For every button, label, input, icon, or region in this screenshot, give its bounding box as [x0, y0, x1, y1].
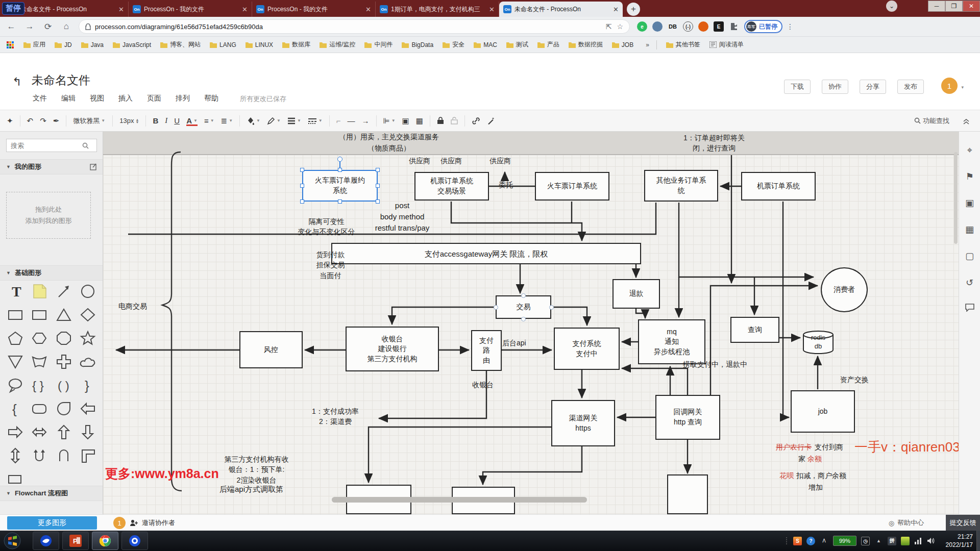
canvas-label-21[interactable]: 家	[798, 454, 808, 464]
selection-handle[interactable]	[338, 168, 342, 172]
diagram-canvas[interactable]: 火车票订单履约 系统机票订单系统 交易场景火车票订单系统其他业务订单系 统机票订…	[103, 132, 959, 514]
bookmark-中间件[interactable]: 中间件	[364, 40, 393, 49]
more-shapes-button[interactable]: 更多图形	[7, 516, 97, 530]
back-to-files-icon[interactable]: ↰	[12, 76, 21, 89]
selection-handle[interactable]	[376, 199, 380, 204]
shape-pentagon[interactable]	[7, 330, 24, 347]
shape-triangle-down[interactable]	[7, 353, 24, 370]
shape-teardrop[interactable]	[55, 400, 72, 417]
new-page-icon[interactable]: ▢	[965, 251, 974, 262]
network-icon[interactable]	[914, 537, 922, 544]
canvas-label-9[interactable]: 货到付款 担保交易 当面付	[306, 249, 355, 281]
node-risk[interactable]: 风控	[239, 331, 303, 368]
canvas-label-6[interactable]: 委托	[493, 180, 519, 190]
position-crosshair-icon[interactable]: ⌖	[967, 145, 972, 156]
tray-caret2-icon[interactable]: ▲	[874, 537, 883, 545]
my-shapes-section[interactable]: ▼ 我的图形	[0, 159, 103, 174]
canvas-label-5[interactable]: 供应商	[485, 156, 516, 166]
line-color-button[interactable]: ▼	[267, 117, 281, 125]
shape-u-shape[interactable]	[55, 447, 72, 464]
canvas-horizontal-scrollbar[interactable]	[332, 497, 587, 503]
tab-close-icon[interactable]: ✕	[242, 6, 248, 13]
node-consumer[interactable]: 消费者	[821, 267, 868, 312]
canvas-label-13[interactable]: 捞取支付中，退款中	[683, 359, 765, 369]
shape-circle[interactable]	[79, 283, 96, 300]
flag-icon[interactable]: ⚑	[965, 171, 973, 182]
node-flight-order[interactable]: 机票订单系统	[741, 172, 816, 201]
bookmark-BigData[interactable]: BigData	[402, 40, 433, 49]
home-icon[interactable]: ⌂	[59, 19, 74, 34]
font-color-button[interactable]: A▼	[186, 116, 198, 125]
action-协作[interactable]: 协作	[822, 80, 848, 94]
tab-close-icon[interactable]: ✕	[613, 6, 619, 13]
shape-arrow-ne[interactable]	[55, 283, 72, 300]
browser-tab-3[interactable]: OnProcessOn - 我的文件✕	[252, 2, 376, 17]
action-下载[interactable]: 下载	[784, 80, 811, 94]
shape-rectangle[interactable]	[7, 306, 24, 323]
canvas-label-4[interactable]: 供应商	[436, 156, 467, 166]
bookmark-博客、网站[interactable]: 博客、网站	[160, 40, 201, 49]
node-box-empty-3[interactable]	[667, 474, 708, 514]
reload-icon[interactable]: ⟳	[41, 19, 55, 34]
menu-编辑[interactable]: 编辑	[61, 94, 76, 103]
bookmark-数据挖掘[interactable]: 数据挖掘	[569, 40, 603, 49]
action-分享[interactable]: 分享	[860, 80, 886, 94]
browser-tab-5[interactable]: On未命名文件 - ProcessOn✕	[499, 2, 623, 17]
frame-icon[interactable]: ▣	[965, 197, 974, 209]
shape-u-arrow-down[interactable]	[31, 447, 48, 464]
canvas-label-12[interactable]: 收银台	[472, 380, 503, 390]
shape-rounded-rectangle[interactable]	[31, 400, 48, 417]
shape-brace-left[interactable]: {	[7, 400, 24, 417]
taskbar-app-chrome[interactable]	[92, 532, 118, 550]
tab-close-icon[interactable]: ✕	[118, 6, 124, 13]
selection-handle[interactable]	[376, 184, 380, 188]
canvas-label-24[interactable]: 花呗	[779, 470, 798, 481]
canvas-label-22[interactable]: 余额	[807, 454, 828, 464]
circle-extension-icon[interactable]	[652, 21, 663, 32]
tray-help-icon[interactable]: ?	[806, 537, 815, 545]
canvas-label-2[interactable]: 1：订单超时即将关 闭，进行查询	[673, 133, 755, 154]
distribute-icon[interactable]: ⊫▼	[383, 116, 396, 126]
canvas-label-10[interactable]: 电商交易	[118, 301, 159, 311]
taskbar-app-blue-circle[interactable]	[121, 532, 148, 550]
tray-s-icon[interactable]: S	[793, 537, 802, 545]
canvas-label-15[interactable]: 1：支付成功率 2：渠道费	[301, 406, 370, 427]
canvas-label-11[interactable]: 后台api	[502, 338, 538, 348]
paren-extension-icon[interactable]: (-)	[683, 21, 693, 32]
node-gateway[interactable]: 支付accessgateway网关 限流，限权	[331, 243, 641, 264]
db-extension-icon[interactable]: DB	[668, 21, 678, 32]
menu-插入[interactable]: 插入	[118, 94, 133, 103]
tray-clock-icon[interactable]: ◷	[861, 537, 870, 545]
menu-帮助[interactable]: 帮助	[204, 94, 218, 103]
tab-close-icon[interactable]: ✕	[489, 6, 495, 13]
address-bar[interactable]: processon.com/diagraming/61e56d751efad42…	[79, 19, 630, 34]
align-button[interactable]: ≡▼	[204, 116, 214, 125]
shape-rectangle-3[interactable]	[7, 470, 24, 488]
extensions-puzzle-icon[interactable]	[729, 22, 738, 31]
shape-braces[interactable]: { }	[31, 377, 48, 394]
taskbar-app-powerpoint[interactable]: P	[62, 532, 89, 550]
menu-页面[interactable]: 页面	[147, 94, 161, 103]
shape-arrow-lr-block[interactable]	[31, 423, 48, 441]
shape-brace-right[interactable]: }	[79, 377, 96, 394]
e-extension-icon[interactable]: E	[714, 21, 724, 32]
taskbar-app-blue-swirl[interactable]	[33, 532, 59, 550]
avatar-caret-icon[interactable]: ▾	[961, 85, 964, 90]
user-avatar[interactable]: 1	[941, 78, 958, 94]
menu-排列[interactable]: 排列	[176, 94, 190, 103]
arrow-tool-icon[interactable]: →	[362, 116, 370, 125]
bookmarks-overflow[interactable]: »	[646, 41, 649, 48]
bookmark-JD[interactable]: JD	[55, 40, 72, 49]
recorder-pause-badge[interactable]: 暂停	[2, 2, 24, 15]
back-icon[interactable]: ←	[4, 19, 18, 34]
redo-icon[interactable]: ↷	[40, 116, 46, 126]
font-size-select[interactable]: 13px▲▼	[119, 117, 139, 124]
edit-icon[interactable]	[90, 163, 97, 170]
show-desktop-button[interactable]	[976, 531, 980, 551]
minimize-button[interactable]: ─	[928, 1, 945, 12]
bookmark-安全[interactable]: 安全	[443, 40, 464, 49]
feedback-button[interactable]: 提交反馈	[946, 515, 980, 531]
evernote-extension-icon[interactable]: e	[637, 21, 647, 32]
invite-collaborator[interactable]: 1 邀请协作者	[113, 517, 175, 529]
bookmark-LINUX[interactable]: LINUX	[246, 40, 273, 49]
